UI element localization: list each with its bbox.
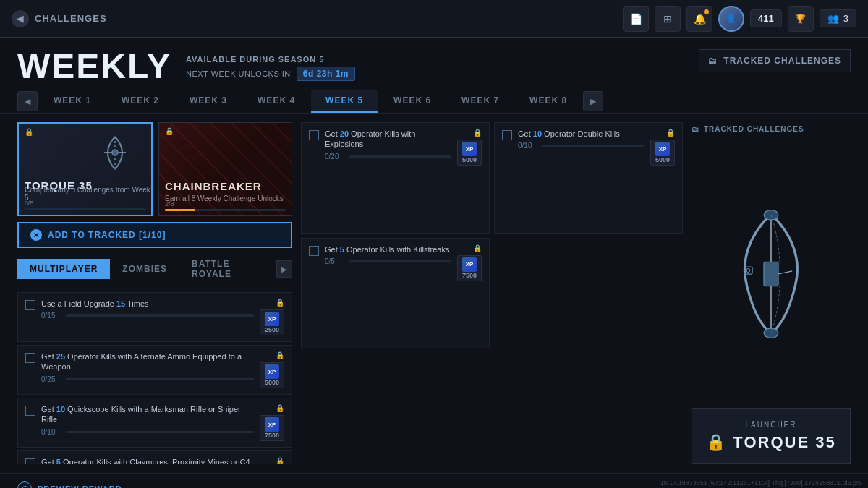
top-bar-right: 📄 ⊞ 🔔 👤 411 🏆 👥 3 — [623, 6, 856, 32]
r-lock-2: 🔒 — [666, 129, 675, 137]
challenge-killstreaks[interactable]: Get 5 Operator Kills with Killstreaks 0/… — [301, 238, 490, 349]
battle-royale-tab[interactable]: BATTLE ROYALE — [179, 254, 276, 284]
xp-icon-1: XP — [265, 312, 279, 326]
r-checkbox-2[interactable] — [502, 130, 512, 140]
challenge-lock-4: 🔒 — [276, 457, 284, 464]
r-checkbox-1[interactable] — [309, 130, 319, 140]
r-xp-1: XP 5000 — [457, 140, 482, 166]
r-text-2: Get 10 Operator Double Kills — [518, 129, 644, 139]
challenge-right-4: 🔒 XP 10000 — [256, 457, 284, 464]
avatar[interactable]: 👤 — [718, 6, 744, 32]
rank-icon-btn[interactable]: 🏆 — [788, 6, 814, 32]
r-progress-bar-1 — [349, 155, 451, 158]
xp-amount-1: 2500 — [265, 326, 279, 333]
challenge-alt-ammo[interactable]: Get 25 Operator Kills with Alternate Amm… — [17, 345, 292, 395]
debug-text: 10.17.19373551 [67:142:11261+11:A] Thq [… — [660, 479, 862, 487]
torque-reward-card[interactable]: 🔒 TORQUE 35 Complete any 5 Challe — [17, 122, 153, 216]
r-xp-amount-2: 5000 — [655, 156, 670, 163]
week-prev-icon[interactable]: ◀ — [17, 91, 38, 111]
xp-badge-3: XP 7500 — [260, 415, 284, 441]
r-xp-icon-1: XP — [462, 142, 477, 156]
r-progress-label-2: 0/10 — [518, 142, 538, 150]
add-tracked-button[interactable]: ✕ ADD TO TRACKED [1/10] — [17, 222, 292, 248]
chain-card-progress: 2/8 — [165, 200, 286, 211]
available-text: AVAILABLE DURING SEASON 5 — [186, 55, 355, 64]
r-progress-row-2: 0/10 — [518, 142, 644, 150]
challenge-lock-2: 🔒 — [276, 351, 284, 359]
timer-badge: 6d 23h 1m — [297, 67, 355, 81]
challenge-checkbox-1[interactable] — [25, 300, 35, 310]
add-tracked-label: ADD TO TRACKED [1/10] — [48, 230, 166, 240]
top-bar: ◀ CHALLENGES 📄 ⊞ 🔔 👤 411 🏆 👥 3 — [0, 0, 868, 38]
torque-card-progress: 0/5 — [25, 200, 145, 210]
challenge-checkbox-2[interactable] — [25, 353, 35, 363]
challenge-explosions[interactable]: Get 20 Operator Kills with Explosions 0/… — [301, 122, 490, 234]
r-xp-amount-1: 5000 — [462, 156, 477, 163]
challenge-text-3: Get 10 Quickscope Kills with a Marksman … — [41, 404, 254, 425]
friends-value: 3 — [843, 13, 848, 24]
multiplayer-tab[interactable]: MULTIPLAYER — [17, 259, 110, 279]
chainbreaker-reward-card[interactable]: 🔒 CHAINBREAKER Earn all 8 Weekly Challen… — [158, 122, 292, 216]
challenge-double-kills[interactable]: Get 10 Operator Double Kills 0/10 🔒 XP 5… — [494, 122, 683, 234]
r-right-1: 🔒 XP 5000 — [457, 129, 482, 166]
zombies-tab[interactable]: ZOMBIES — [110, 259, 179, 279]
launcher-name-text: TORQUE 35 — [733, 433, 835, 452]
week-3-tab[interactable]: WEEK 3 — [175, 90, 242, 113]
right-panel-challenges: Get 20 Operator Kills with Explosions 0/… — [301, 122, 683, 464]
xp-badge-1: XP 2500 — [260, 309, 284, 335]
challenge-checkbox-3[interactable] — [25, 406, 35, 416]
back-button[interactable]: ◀ CHALLENGES — [12, 10, 107, 27]
score-value: 411 — [758, 13, 774, 24]
r-progress-label-3: 0/5 — [325, 257, 345, 265]
week-next-icon[interactable]: ▶ — [583, 91, 603, 111]
page-header: WEEKLY AVAILABLE DURING SEASON 5 NEXT WE… — [0, 38, 868, 90]
week-5-tab[interactable]: WEEK 5 — [311, 90, 378, 113]
notification-icon-btn[interactable]: 🔔 — [686, 6, 712, 32]
unlock-label: NEXT WEEK UNLOCKS IN — [186, 69, 291, 78]
unlock-timer: NEXT WEEK UNLOCKS IN 6d 23h 1m — [186, 67, 355, 81]
week-8-tab[interactable]: WEEK 8 — [515, 90, 582, 113]
score-badge: 411 — [750, 9, 782, 27]
svg-point-4 — [764, 210, 778, 219]
far-right-panel: 🗂 TRACKED CHALLENGES — [692, 122, 851, 464]
weeks-tabs: ◀ WEEK 1 WEEK 2 WEEK 3 WEEK 4 WEEK 5 WEE… — [0, 90, 868, 114]
grid-icon-btn[interactable]: ⊞ — [655, 6, 681, 32]
tracked-icon: 🗂 — [692, 125, 699, 133]
challenge-checkbox-4[interactable] — [25, 458, 35, 464]
weapon-showcase — [692, 139, 851, 408]
r-checkbox-3[interactable] — [309, 246, 319, 256]
weekly-title-area: WEEKLY AVAILABLE DURING SEASON 5 NEXT WE… — [17, 49, 355, 84]
mode-tabs: MULTIPLAYER ZOMBIES BATTLE ROYALE ▶ — [17, 254, 292, 286]
xp-icon-2: XP — [265, 364, 279, 379]
challenge-info-4: Get 5 Operator Kills with Claymores, Pro… — [41, 457, 250, 464]
r-info-1: Get 20 Operator Kills with Explosions 0/… — [325, 129, 451, 160]
challenge-text-2: Get 25 Operator Kills with Alternate Amm… — [41, 351, 254, 372]
week-4-tab[interactable]: WEEK 4 — [243, 90, 310, 113]
week-6-tab[interactable]: WEEK 6 — [379, 90, 446, 113]
challenge-progress-label-3: 0/10 — [41, 428, 61, 436]
tracked-challenges-button[interactable]: 🗂 TRACKED CHALLENGES — [699, 49, 851, 72]
challenge-progress-label-2: 0/25 — [41, 375, 61, 383]
challenge-right-2: 🔒 XP 5000 — [260, 351, 284, 388]
launcher-name: 🔒 TORQUE 35 — [704, 433, 838, 452]
challenge-list-left: Use a Field Upgrade 15 Times 0/15 🔒 XP 2… — [17, 292, 292, 464]
xp-amount-3: 7500 — [265, 432, 279, 439]
chain-card-title: CHAINBREAKER — [165, 180, 262, 192]
chain-progress-text: 2/8 — [165, 200, 286, 207]
friends-icon: 👥 — [827, 13, 839, 24]
back-icon: ◀ — [12, 10, 29, 27]
week-2-tab[interactable]: WEEK 2 — [107, 90, 174, 113]
r-xp-icon-3: XP — [462, 257, 477, 272]
challenge-right-3: 🔒 XP 7500 — [260, 404, 284, 441]
reward-cards: 🔒 TORQUE 35 Complete any 5 Challe — [17, 122, 292, 216]
document-icon-btn[interactable]: 📄 — [623, 6, 649, 32]
week-1-tab[interactable]: WEEK 1 — [39, 90, 106, 113]
week-7-tab[interactable]: WEEK 7 — [447, 90, 514, 113]
challenge-field-upgrade[interactable]: Use a Field Upgrade 15 Times 0/15 🔒 XP 2… — [17, 292, 292, 342]
challenge-claymores[interactable]: Get 5 Operator Kills with Claymores, Pro… — [17, 450, 292, 464]
challenge-quickscope[interactable]: Get 10 Quickscope Kills with a Marksman … — [17, 398, 292, 448]
xp-badge-2: XP 5000 — [260, 362, 284, 388]
mode-nav-icon[interactable]: ▶ — [276, 260, 292, 278]
friends-count[interactable]: 👥 3 — [820, 9, 856, 27]
empty-slot-2 — [301, 353, 490, 464]
